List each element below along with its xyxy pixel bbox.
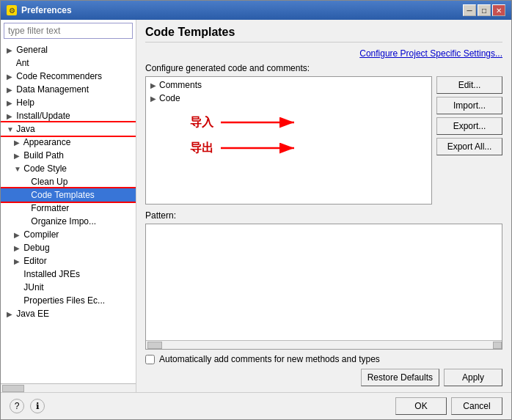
sidebar-item-label: Formatter [31, 203, 69, 213]
template-buttons: Edit... Import... Export... Export All..… [436, 76, 502, 205]
sidebar-item-debug[interactable]: ▶ Debug [1, 241, 136, 254]
minimize-button[interactable]: ─ [463, 4, 476, 16]
dialog-footer: ? ℹ OK Cancel [1, 392, 511, 419]
export-annotation: 导出 [190, 139, 301, 157]
sidebar-item-organize-imports[interactable]: Organize Impo... [1, 215, 136, 228]
sidebar-item-label: Installed JREs [23, 269, 80, 279]
info-icon: ℹ [36, 401, 40, 411]
sidebar-item-label: Install/Update [16, 111, 70, 121]
preferences-dialog: ⚙ Preferences ─ □ ✕ ▶ General Ant [0, 0, 512, 420]
arrow-icon: ▶ [14, 257, 21, 265]
sidebar-item-java-ee[interactable]: ▶ Java EE [1, 307, 136, 320]
arrow-icon: ▶ [150, 81, 156, 89]
arrow-icon [14, 297, 21, 305]
arrow-icon: ▼ [14, 165, 21, 173]
export-button[interactable]: Export... [436, 117, 502, 135]
sidebar-item-label: Code Recommenders [16, 71, 102, 81]
auto-comment-label: Automatically add comments for new metho… [159, 354, 380, 364]
footer-ok-cancel: OK Cancel [395, 397, 502, 415]
template-comments[interactable]: ▶ Comments [147, 78, 430, 92]
cancel-button[interactable]: Cancel [451, 397, 502, 415]
sidebar-item-properties[interactable]: Properties Files Ec... [1, 294, 136, 307]
sidebar-scrollbar-h[interactable] [1, 383, 136, 392]
ok-button[interactable]: OK [395, 397, 447, 415]
sidebar-item-code-recommenders[interactable]: ▶ Code Recommenders [1, 70, 136, 83]
sidebar-item-label: JUnit [23, 282, 43, 292]
info-icon-button[interactable]: ℹ [30, 399, 45, 413]
sidebar-item-java[interactable]: ▼ Java [1, 122, 136, 136]
sidebar-item-ant[interactable]: Ant [1, 56, 136, 70]
sidebar-item-label: Code Style [23, 163, 67, 174]
sidebar-item-build-path[interactable]: ▶ Build Path [1, 149, 136, 162]
arrow-icon: ▶ [14, 139, 21, 147]
title-bar-left: ⚙ Preferences [7, 5, 72, 15]
arrow-icon [21, 205, 29, 213]
arrow-icon: ▶ [7, 99, 14, 107]
templates-list[interactable]: ▶ Comments ▶ Code 导入 [145, 76, 432, 205]
arrow-icon [21, 178, 29, 186]
bottom-buttons: Restore Defaults Apply [145, 369, 502, 386]
config-label: Configure generated code and comments: [145, 63, 502, 73]
sidebar-item-code-style[interactable]: ▼ Code Style [1, 162, 136, 175]
sidebar-item-help[interactable]: ▶ Help [1, 96, 136, 109]
arrow-icon: ▶ [14, 152, 21, 160]
arrow-icon [14, 270, 21, 279]
scrollbar-right [493, 342, 502, 349]
dialog-title: Preferences [21, 5, 72, 15]
close-button[interactable]: ✕ [492, 4, 505, 16]
sidebar-item-label: Code Templates [31, 190, 95, 200]
sidebar-item-formatter[interactable]: Formatter [1, 202, 136, 215]
export-chinese: 导出 [190, 141, 213, 156]
template-label: Code [159, 93, 180, 103]
sidebar-item-data-management[interactable]: ▶ Data Management [1, 83, 136, 96]
export-all-button[interactable]: Export All... [436, 138, 502, 155]
template-code[interactable]: ▶ Code [147, 92, 430, 105]
sidebar-item-code-templates[interactable]: Code Templates [1, 188, 136, 202]
dialog-icon: ⚙ [7, 5, 17, 15]
page-title: Code Templates [145, 26, 502, 43]
scrollbar-thumb-h [147, 342, 162, 349]
sidebar-item-compiler[interactable]: ▶ Compiler [1, 228, 136, 241]
arrow-icon [21, 191, 29, 199]
sidebar-item-install-update[interactable]: ▶ Install/Update [1, 109, 136, 122]
arrow-icon: ▶ [7, 112, 14, 120]
sidebar-item-installed-jres[interactable]: Installed JREs [1, 268, 136, 281]
pattern-label: Pattern: [145, 210, 502, 221]
pattern-area[interactable] [145, 224, 502, 350]
title-controls: ─ □ ✕ [463, 4, 505, 16]
sidebar-item-appearance[interactable]: ▶ Appearance [1, 136, 136, 149]
sidebar-item-label: Java EE [16, 309, 49, 319]
pattern-scrollbar-h[interactable] [146, 340, 502, 349]
arrow-icon: ▼ [7, 125, 14, 133]
restore-defaults-button[interactable]: Restore Defaults [361, 369, 439, 386]
config-link[interactable]: Configure Project Specific Settings... [145, 48, 502, 59]
maximize-button[interactable]: □ [478, 4, 491, 16]
arrow-icon: ▶ [7, 46, 14, 54]
import-button[interactable]: Import... [436, 97, 502, 114]
auto-comment-checkbox[interactable] [145, 355, 155, 364]
sidebar-item-junit[interactable]: JUnit [1, 281, 136, 294]
sidebar-item-label: Ant [16, 58, 29, 68]
help-icon-button[interactable]: ? [10, 399, 24, 413]
sidebar-item-label: Organize Impo... [31, 216, 96, 226]
template-label: Comments [159, 80, 202, 90]
arrow-icon: ▶ [7, 310, 14, 318]
sidebar-item-general[interactable]: ▶ General [1, 43, 136, 56]
sidebar-item-label: Debug [23, 243, 49, 253]
import-annotation: 导入 [190, 114, 301, 131]
arrow-icon: ▶ [150, 95, 156, 103]
edit-button[interactable]: Edit... [436, 76, 502, 94]
arrow-icon [14, 284, 21, 292]
apply-button[interactable]: Apply [444, 369, 502, 386]
import-arrow-svg [213, 114, 301, 131]
sidebar-item-editor[interactable]: ▶ Editor [1, 254, 136, 268]
sidebar-item-label: Clean Up [31, 177, 67, 187]
filter-input[interactable] [4, 23, 133, 39]
sidebar-item-label: Editor [23, 256, 46, 266]
export-arrow-svg [213, 139, 301, 157]
arrow-icon: ▶ [7, 86, 14, 94]
import-chinese: 导入 [190, 115, 213, 130]
sidebar-item-clean-up[interactable]: Clean Up [1, 175, 136, 188]
tree: ▶ General Ant ▶ Code Recommenders ▶ Data… [1, 42, 136, 383]
sidebar-item-label: Properties Files Ec... [23, 295, 105, 306]
